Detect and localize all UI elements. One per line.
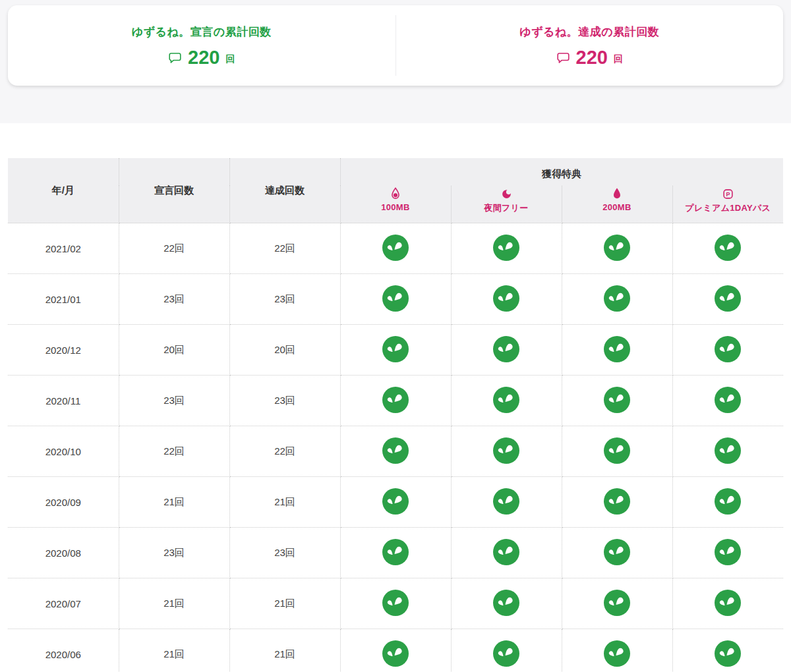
declared-count-cell: 21回 [119, 477, 229, 528]
speech-bubble-icon [168, 51, 182, 65]
declared-count-cell: 23回 [119, 376, 229, 426]
achieved-count-cell: 23回 [229, 528, 340, 578]
reward-100mb-cell [340, 426, 451, 477]
month-cell: 2020/07 [8, 578, 119, 629]
summary-card: ゆずるね。宣言の累計回数 220 回 ゆずるね。達成の累計回数 220 回 [8, 5, 783, 86]
declared-total-unit: 回 [225, 49, 235, 65]
table-row: 2020/07 21回 21回 [8, 578, 783, 629]
column-header-month: 年/月 [8, 158, 119, 223]
declared-count-cell: 21回 [119, 578, 229, 629]
droplet-filled-icon [612, 186, 622, 200]
reward-200mb-cell [562, 426, 672, 477]
yuzurune-achieved-icon [382, 235, 409, 263]
declared-count-cell: 21回 [119, 629, 229, 672]
declared-count-cell: 20回 [119, 325, 229, 376]
table-row: 2020/09 21回 21回 [8, 477, 783, 528]
summary-section: ゆずるね。宣言の累計回数 220 回 ゆずるね。達成の累計回数 220 回 [0, 0, 791, 123]
month-cell: 2021/01 [8, 274, 119, 325]
yuzurune-achieved-icon [493, 488, 519, 517]
reward-100mb-cell [340, 629, 451, 672]
declared-total-panel: ゆずるね。宣言の累計回数 220 回 [8, 5, 396, 86]
reward-200mb-cell [562, 223, 672, 274]
month-cell: 2020/09 [8, 477, 119, 528]
yuzurune-achieved-icon [382, 336, 409, 364]
column-header-reward-200mb: 200MB [562, 186, 672, 223]
declared-total-label: ゆずるね。宣言の累計回数 [132, 24, 272, 40]
column-header-achieved: 達成回数 [229, 158, 340, 223]
achieved-count-cell: 21回 [229, 629, 340, 672]
yuzurune-achieved-icon [493, 285, 519, 314]
table-row: 2021/02 22回 22回 [8, 223, 783, 274]
achieved-total-label: ゆずるね。達成の累計回数 [519, 24, 659, 40]
reward-100mb-cell [340, 325, 451, 376]
achieved-total-panel: ゆずるね。達成の累計回数 220 回 [396, 5, 784, 86]
reward-premium-pass-cell [672, 477, 783, 528]
reward-200mb-cell [562, 477, 672, 528]
reward-night-free-cell [451, 578, 562, 629]
achieved-total-value: 220 [576, 48, 608, 67]
reward-100mb-cell [340, 477, 451, 528]
yuzurune-achieved-icon [715, 285, 741, 314]
column-header-declared: 宣言回数 [119, 158, 229, 223]
yuzurune-achieved-icon [493, 336, 519, 364]
reward-100mb-cell [340, 376, 451, 426]
table-row: 2020/10 22回 22回 [8, 426, 783, 477]
table-row: 2020/12 20回 20回 [8, 325, 783, 376]
yuzurune-achieved-icon [493, 640, 519, 669]
month-cell: 2020/11 [8, 376, 119, 426]
reward-night-free-cell [451, 376, 562, 426]
yuzurune-achieved-icon [604, 590, 630, 618]
yuzurune-achieved-icon [604, 235, 630, 263]
reward-night-free-cell [451, 325, 562, 376]
yuzurune-achieved-icon [715, 488, 741, 517]
yuzurune-achieved-icon [493, 235, 519, 263]
declared-total-value-row: 220 回 [168, 48, 235, 67]
yuzurune-achieved-icon [715, 387, 741, 415]
achieved-count-cell: 22回 [229, 223, 340, 274]
yuzurune-achieved-icon [604, 640, 630, 669]
declared-count-cell: 23回 [119, 274, 229, 325]
droplet-half-icon [390, 186, 401, 200]
yuzurune-achieved-icon [715, 235, 741, 263]
yuzurune-achieved-icon [382, 387, 409, 415]
yuzurune-achieved-icon [604, 336, 630, 364]
reward-premium-pass-cell [672, 578, 783, 629]
month-cell: 2021/02 [8, 223, 119, 274]
yuzurune-achieved-icon [715, 437, 741, 466]
achieved-count-cell: 21回 [229, 578, 340, 629]
declared-count-cell: 23回 [119, 528, 229, 578]
reward-night-free-cell [451, 629, 562, 672]
achieved-total-value-row: 220 回 [556, 48, 623, 67]
reward-night-free-cell [451, 528, 562, 578]
table-body: 2021/02 22回 22回 2021/01 23回 23回 [8, 223, 783, 672]
reward-premium-pass-cell [672, 325, 783, 376]
reward-100mb-cell [340, 274, 451, 325]
declared-total-value: 220 [188, 48, 220, 67]
month-cell: 2020/12 [8, 325, 119, 376]
achieved-count-cell: 23回 [229, 376, 340, 426]
reward-night-free-cell [451, 223, 562, 274]
reward-200mb-cell [562, 528, 672, 578]
yuzurune-achieved-icon [604, 539, 630, 567]
yuzurune-achieved-icon [604, 387, 630, 415]
yuzurune-achieved-icon [382, 437, 409, 466]
reward-premium-pass-cell [672, 376, 783, 426]
month-cell: 2020/10 [8, 426, 119, 477]
column-header-night-free: 夜間フリー [451, 186, 562, 223]
declared-count-cell: 22回 [119, 223, 229, 274]
reward-200mb-cell [562, 325, 672, 376]
achieved-count-cell: 23回 [229, 274, 340, 325]
reward-200mb-cell [562, 376, 672, 426]
reward-night-free-cell [451, 426, 562, 477]
yuzurune-achieved-icon [493, 590, 519, 618]
history-table-section: 年/月 宣言回数 達成回数 獲得特典 100MB [8, 158, 783, 672]
reward-premium-pass-cell [672, 528, 783, 578]
reward-200mb-cell [562, 578, 672, 629]
reward-premium-pass-cell [672, 274, 783, 325]
yuzurune-achieved-icon [382, 539, 409, 567]
history-table: 年/月 宣言回数 達成回数 獲得特典 100MB [8, 158, 783, 672]
yuzurune-achieved-icon [604, 437, 630, 466]
moon-icon [501, 186, 512, 200]
month-cell: 2020/08 [8, 528, 119, 578]
yuzurune-achieved-icon [382, 640, 409, 669]
